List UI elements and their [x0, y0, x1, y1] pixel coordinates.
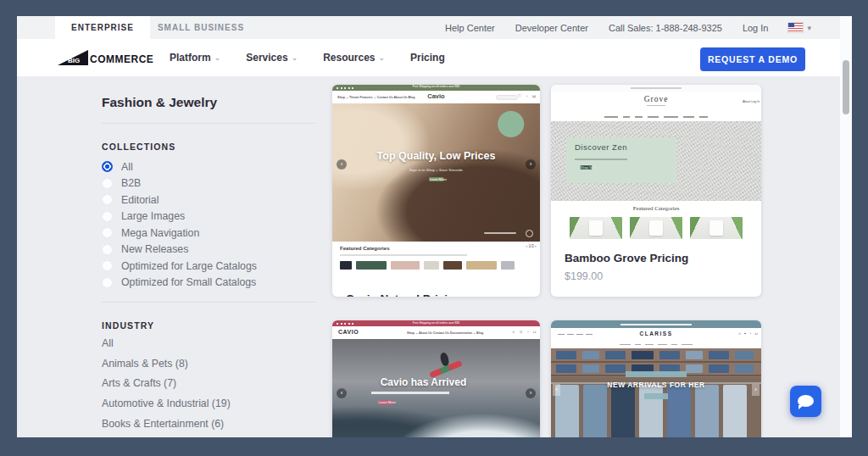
- nav-item-platform[interactable]: Platform ⌄: [170, 52, 220, 64]
- industry-filter: All Animals & Pets (8) Arts & Crafts (7)…: [102, 333, 231, 434]
- option-label: B2B: [121, 177, 141, 189]
- preview-hero: Discover Zen Shop Now: [551, 121, 761, 201]
- preview-header: CLARISS ⌕ ▪ ◦ ⊔: [551, 328, 761, 341]
- preview-announcement-bar: [551, 85, 761, 92]
- chat-widget-button[interactable]: [790, 386, 821, 417]
- collection-option-large-images[interactable]: Large Images: [102, 209, 257, 225]
- featured-subtext: [340, 254, 467, 256]
- locale-selector[interactable]: ▾: [788, 23, 811, 32]
- preview-announcement-bar: Free Shipping on all orders over $50: [332, 85, 540, 91]
- main-nav: BIG COMMERCE Platform ⌄ Services ⌄ Resou…: [17, 39, 852, 76]
- industry-item-automotive[interactable]: Automotive & Industrial (19): [102, 393, 231, 414]
- radio-icon: [102, 277, 113, 288]
- industry-item-animals-pets[interactable]: Animals & Pets (8): [102, 353, 231, 374]
- preview-subnav: [551, 341, 761, 348]
- theme-title: Bamboo Grove Pricing: [565, 251, 692, 266]
- preview-nav: [551, 112, 761, 121]
- nav-label: Platform: [170, 52, 211, 64]
- industry-heading: INDUSTRY: [102, 320, 154, 331]
- carousel-next-icon: ›: [526, 159, 536, 170]
- industry-item-all[interactable]: All: [102, 333, 231, 353]
- divider: [102, 302, 315, 303]
- preview-announcement-bar: [551, 320, 761, 328]
- collections-filter: All B2B Editorial Large Images Mega Navi…: [102, 158, 257, 291]
- preview-header-icons: ⌕ ▪ ◦ ⊔: [738, 331, 759, 336]
- account-links: About Log In: [743, 99, 760, 103]
- hero-subtext: [575, 158, 627, 160]
- search-input: [496, 95, 518, 100]
- help-center-link[interactable]: Help Center: [445, 23, 495, 33]
- logo-subline: [647, 105, 665, 106]
- collection-option-all[interactable]: All: [102, 158, 257, 175]
- radio-selected-icon: [102, 161, 113, 172]
- chevron-down-icon: ⌄: [379, 53, 386, 62]
- collection-option-large-catalogs[interactable]: Optimized for Large Catalogs: [102, 258, 257, 275]
- logo-commerce-text: COMMERCE: [90, 53, 153, 65]
- preview-logo: CLARISS: [551, 331, 761, 336]
- browser-page: ENTERPRISE SMALL BUSINESS Help Center De…: [17, 16, 852, 437]
- bigcommerce-logo[interactable]: BIG COMMERCE: [58, 49, 166, 66]
- call-sales-link[interactable]: Call Sales: 1-888-248-9325: [609, 23, 722, 33]
- industry-item-arts-crafts[interactable]: Arts & Crafts (7): [102, 374, 231, 394]
- theme-card-cavio-natural[interactable]: Free Shipping on all orders over $50 Sho…: [332, 85, 540, 297]
- tab-enterprise[interactable]: ENTERPRISE: [55, 16, 150, 39]
- nav-label: Pricing: [410, 52, 445, 64]
- carousel-progress: [484, 232, 516, 234]
- preview-header-icons: ♡ ◦ ⊔: [518, 93, 537, 98]
- login-link[interactable]: Log In: [743, 23, 769, 33]
- divider: [102, 123, 315, 124]
- social-icons: [337, 87, 353, 89]
- hero-subtext: [371, 392, 449, 394]
- chevron-down-icon: ▾: [807, 24, 811, 32]
- card-label: Cavio Natural Pricing $330.00: [332, 282, 540, 297]
- featured-thumbnails: [551, 217, 761, 239]
- hero-title: Cavio has Arrived: [332, 376, 540, 388]
- scrollbar-track: [840, 16, 852, 437]
- content-area: Fashion & Jewelry COLLECTIONS All B2B Ed…: [17, 76, 852, 437]
- collection-option-editorial[interactable]: Editorial: [102, 192, 257, 209]
- nav-label: Services: [246, 52, 287, 64]
- tab-small-business[interactable]: SMALL BUSINESS: [150, 16, 252, 39]
- scrollbar-thumb[interactable]: [843, 60, 849, 114]
- theme-card-cavio[interactable]: Free Shipping on all orders over $50 CAV…: [332, 320, 540, 437]
- card-label: Bamboo Grove Pricing $199.00: [551, 242, 761, 282]
- utility-bar: ENTERPRISE SMALL BUSINESS Help Center De…: [17, 16, 852, 39]
- theme-card-clariss[interactable]: CLARISS ⌕ ▪ ◦ ⊔ NEW ARRIVALS FOR HER ‹ ›: [551, 320, 761, 437]
- option-label: All: [121, 161, 133, 173]
- nav-item-services[interactable]: Services ⌄: [246, 52, 298, 64]
- preview-announcement-bar: Free Shipping on all orders over $50: [332, 320, 540, 326]
- collection-option-small-catalogs[interactable]: Optimized for Small Catalogs: [102, 275, 257, 292]
- collection-option-mega-navigation[interactable]: Mega Navigation: [102, 225, 257, 242]
- preview-nav: CAVIO Shop ⌄ About Us Contact Us Documen…: [332, 326, 540, 339]
- preview-hero: NEW ARRIVALS FOR HER ‹ ›: [551, 348, 761, 437]
- option-label: Large Images: [121, 210, 185, 222]
- hero-subtitle: Sign in to Shop + Save Sitewide: [379, 168, 493, 172]
- hero-cta-button: Shop Now: [581, 165, 593, 170]
- preview-featured-section: Featured Categories ‹ 1/3 ›: [332, 242, 540, 282]
- hero-title: Top Quality, Low Prices: [332, 150, 540, 162]
- hero-title: NEW ARRIVALS FOR HER: [551, 381, 761, 389]
- theme-card-bamboo-grove[interactable]: Grove About Log In Discover Zen Shop Now…: [551, 85, 761, 297]
- nav-item-pricing[interactable]: Pricing: [410, 52, 445, 64]
- radio-icon: [102, 244, 113, 255]
- chat-bubble-icon: [798, 395, 814, 407]
- industry-item-books[interactable]: Books & Entertainment (6): [102, 414, 231, 434]
- carousel-prev-icon: ‹: [553, 384, 560, 396]
- nav-item-resources[interactable]: Resources ⌄: [323, 52, 385, 64]
- social-icons: [337, 323, 353, 325]
- radio-icon: [102, 211, 113, 222]
- radio-icon: [102, 194, 113, 205]
- theme-title: Cavio Natural Pricing: [346, 292, 473, 297]
- developer-center-link[interactable]: Developer Center: [515, 23, 588, 33]
- request-demo-button[interactable]: REQUEST A DEMO: [700, 47, 805, 71]
- collection-option-b2b[interactable]: B2B: [102, 175, 257, 192]
- radio-icon: [102, 178, 113, 189]
- featured-heading: Featured Categories: [340, 245, 390, 251]
- shelf-line: [551, 361, 761, 363]
- nav-links: Platform ⌄ Services ⌄ Resources ⌄ Pricin…: [170, 39, 445, 76]
- hero-cta-button: Learn More: [429, 177, 443, 181]
- chevron-down-icon: ⌄: [292, 53, 298, 62]
- radio-icon: [102, 260, 113, 271]
- logo-big-text: BIG: [68, 57, 80, 64]
- collection-option-new-releases[interactable]: New Releases: [102, 242, 257, 259]
